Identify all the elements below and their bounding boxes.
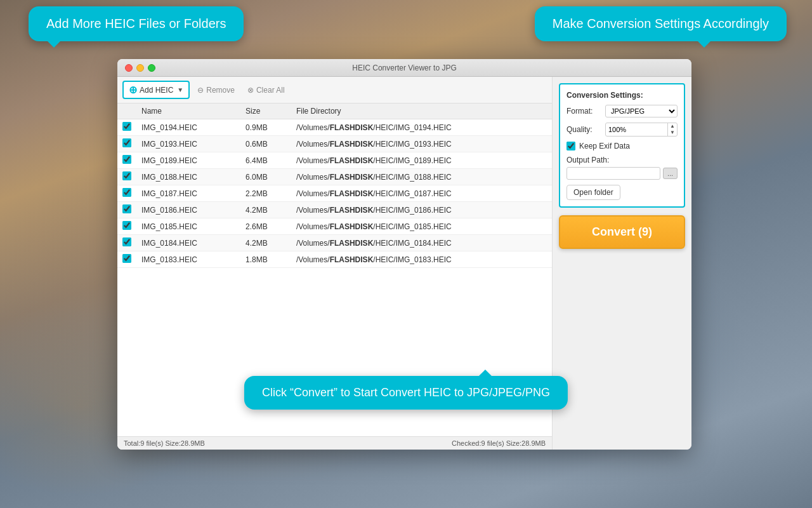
format-label: Format:	[566, 107, 601, 116]
row-name: IMG_0187.HEIC	[136, 185, 240, 202]
quality-row: Quality: ▲ ▼	[566, 123, 678, 137]
clear-all-button[interactable]: ⊗ Clear All	[242, 84, 290, 97]
table-row: IMG_0185.HEIC 2.6MB /Volumes/FLASHDISK/H…	[117, 218, 552, 235]
status-total: Total:9 file(s) Size:28.9MB	[124, 439, 205, 447]
quality-spinner: ▲ ▼	[605, 123, 678, 137]
remove-label: Remove	[206, 86, 235, 95]
row-checkbox[interactable]	[122, 122, 131, 131]
row-size: 4.2MB	[240, 235, 291, 251]
output-path-input[interactable]	[566, 167, 660, 180]
output-path-label: Output Path:	[566, 156, 678, 164]
row-path: /Volumes/FLASHDISK/HEIC/IMG_0186.HEIC	[291, 202, 552, 218]
conversion-settings: Conversion Settings: Format: JPG/JPEG PN…	[559, 83, 685, 208]
row-size: 1.8MB	[240, 251, 291, 268]
row-path: /Volumes/FLASHDISK/HEIC/IMG_0193.HEIC	[291, 136, 552, 152]
exif-checkbox[interactable]	[566, 142, 575, 150]
status-bar: Total:9 file(s) Size:28.9MB Checked:9 fi…	[117, 436, 552, 450]
table-header-row: Name Size File Directory	[117, 104, 552, 119]
remove-icon: ⊖	[197, 86, 204, 95]
row-path: /Volumes/FLASHDISK/HEIC/IMG_0185.HEIC	[291, 218, 552, 235]
spinner-up-icon[interactable]: ▲	[668, 123, 677, 130]
right-panel: Conversion Settings: Format: JPG/JPEG PN…	[552, 77, 691, 450]
row-checkbox-cell	[117, 152, 136, 169]
row-checkbox[interactable]	[122, 204, 131, 213]
col-size: Size	[240, 104, 291, 119]
table-row: IMG_0183.HEIC 1.8MB /Volumes/FLASHDISK/H…	[117, 251, 552, 268]
col-checkbox	[117, 104, 136, 119]
row-path: /Volumes/FLASHDISK/HEIC/IMG_0189.HEIC	[291, 152, 552, 169]
settings-title: Conversion Settings:	[566, 91, 678, 100]
table-row: IMG_0187.HEIC 2.2MB /Volumes/FLASHDISK/H…	[117, 185, 552, 202]
row-checkbox[interactable]	[122, 237, 131, 246]
row-name: IMG_0183.HEIC	[136, 251, 240, 268]
row-name: IMG_0189.HEIC	[136, 152, 240, 169]
add-heic-button[interactable]: ⊕ Add HEIC ▼	[122, 81, 190, 99]
row-size: 0.9MB	[240, 119, 291, 136]
exif-label: Keep Exif Data	[579, 142, 630, 150]
row-checkbox[interactable]	[122, 221, 131, 230]
table-row: IMG_0193.HEIC 0.6MB /Volumes/FLASHDISK/H…	[117, 136, 552, 152]
output-path-row: ...	[566, 167, 678, 180]
row-size: 6.4MB	[240, 152, 291, 169]
quality-label: Quality:	[566, 125, 601, 134]
row-path: /Volumes/FLASHDISK/HEIC/IMG_0184.HEIC	[291, 235, 552, 251]
row-checkbox-cell	[117, 235, 136, 251]
row-name: IMG_0188.HEIC	[136, 169, 240, 185]
output-path-section: Output Path: ... Open folder	[566, 156, 678, 200]
toolbar: ⊕ Add HEIC ▼ ⊖ Remove ⊗ Clear All	[117, 77, 552, 104]
status-checked: Checked:9 file(s) Size:28.9MB	[452, 439, 546, 447]
clear-icon: ⊗	[247, 86, 254, 95]
exif-row: Keep Exif Data	[566, 142, 678, 150]
row-checkbox[interactable]	[122, 254, 131, 263]
remove-button[interactable]: ⊖ Remove	[192, 84, 240, 97]
close-button[interactable]	[125, 64, 133, 72]
plus-icon: ⊕	[129, 84, 137, 96]
quality-input[interactable]	[606, 124, 667, 135]
col-directory: File Directory	[291, 104, 552, 119]
title-bar: HEIC Converter Viewer to JPG	[117, 59, 691, 77]
row-checkbox[interactable]	[122, 155, 131, 164]
maximize-button[interactable]	[148, 64, 155, 72]
add-heic-label: Add HEIC	[140, 86, 173, 95]
row-path: /Volumes/FLASHDISK/HEIC/IMG_0187.HEIC	[291, 185, 552, 202]
tooltip-convert: Click “Convert” to Start Convert HEIC to…	[244, 376, 568, 410]
tooltip-add-files-text: Add More HEIC Files or Folders	[46, 17, 226, 30]
row-checkbox[interactable]	[122, 188, 131, 197]
convert-button[interactable]: Convert (9)	[559, 215, 685, 249]
row-checkbox-cell	[117, 119, 136, 136]
row-path: /Volumes/FLASHDISK/HEIC/IMG_0188.HEIC	[291, 169, 552, 185]
row-size: 2.6MB	[240, 218, 291, 235]
row-name: IMG_0184.HEIC	[136, 235, 240, 251]
row-checkbox[interactable]	[122, 171, 131, 180]
browse-button[interactable]: ...	[663, 168, 678, 179]
tooltip-convert-text: Click “Convert” to Start Convert HEIC to…	[262, 386, 550, 399]
row-checkbox-cell	[117, 185, 136, 202]
row-checkbox-cell	[117, 218, 136, 235]
table-row: IMG_0184.HEIC 4.2MB /Volumes/FLASHDISK/H…	[117, 235, 552, 251]
row-name: IMG_0193.HEIC	[136, 136, 240, 152]
traffic-lights	[125, 64, 155, 72]
row-checkbox-cell	[117, 169, 136, 185]
row-checkbox[interactable]	[122, 138, 131, 147]
tooltip-settings: Make Conversion Settings Accordingly	[535, 6, 787, 41]
clear-all-label: Clear All	[256, 86, 285, 95]
row-size: 4.2MB	[240, 202, 291, 218]
window-title: HEIC Converter Viewer to JPG	[352, 64, 457, 72]
row-path: /Volumes/FLASHDISK/HEIC/IMG_0194.HEIC	[291, 119, 552, 136]
tooltip-settings-text: Make Conversion Settings Accordingly	[553, 17, 769, 30]
row-size: 0.6MB	[240, 136, 291, 152]
row-checkbox-cell	[117, 136, 136, 152]
spinner-down-icon[interactable]: ▼	[668, 130, 677, 136]
row-size: 6.0MB	[240, 169, 291, 185]
table-row: IMG_0186.HEIC 4.2MB /Volumes/FLASHDISK/H…	[117, 202, 552, 218]
files-table: Name Size File Directory IMG_0194.HEIC 0…	[117, 104, 552, 268]
minimize-button[interactable]	[136, 64, 144, 72]
row-name: IMG_0185.HEIC	[136, 218, 240, 235]
tooltip-add-files: Add More HEIC Files or Folders	[29, 6, 244, 41]
format-select[interactable]: JPG/JPEG PNG BMP TIFF	[605, 105, 678, 117]
format-row: Format: JPG/JPEG PNG BMP TIFF	[566, 105, 678, 117]
open-folder-button[interactable]: Open folder	[566, 185, 620, 200]
row-checkbox-cell	[117, 202, 136, 218]
spinner-arrows: ▲ ▼	[667, 123, 677, 136]
dropdown-arrow-icon[interactable]: ▼	[177, 86, 183, 93]
